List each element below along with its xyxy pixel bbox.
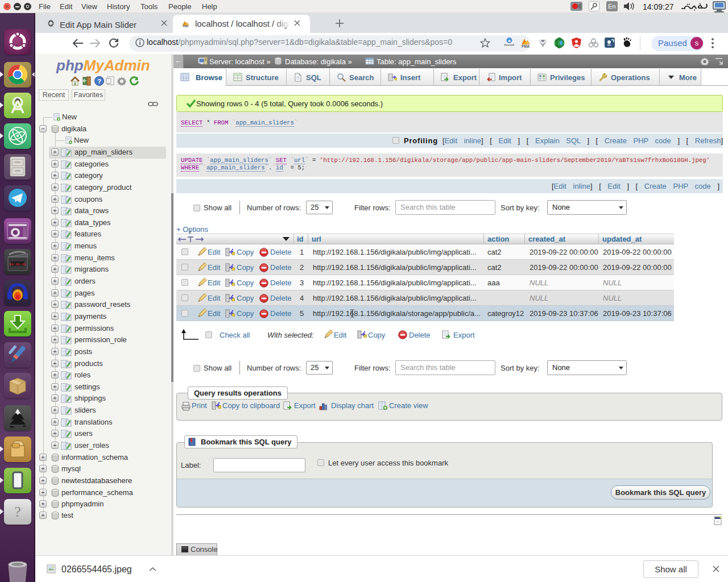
svg-text:PMA: PMA: [522, 44, 530, 48]
svg-text:?: ?: [14, 504, 21, 520]
svg-text:a: a: [508, 38, 511, 43]
svg-text:?: ?: [97, 78, 101, 85]
svg-text:00:00:00: 00:00:00: [10, 263, 26, 267]
svg-text:PMA: PMA: [183, 25, 189, 28]
